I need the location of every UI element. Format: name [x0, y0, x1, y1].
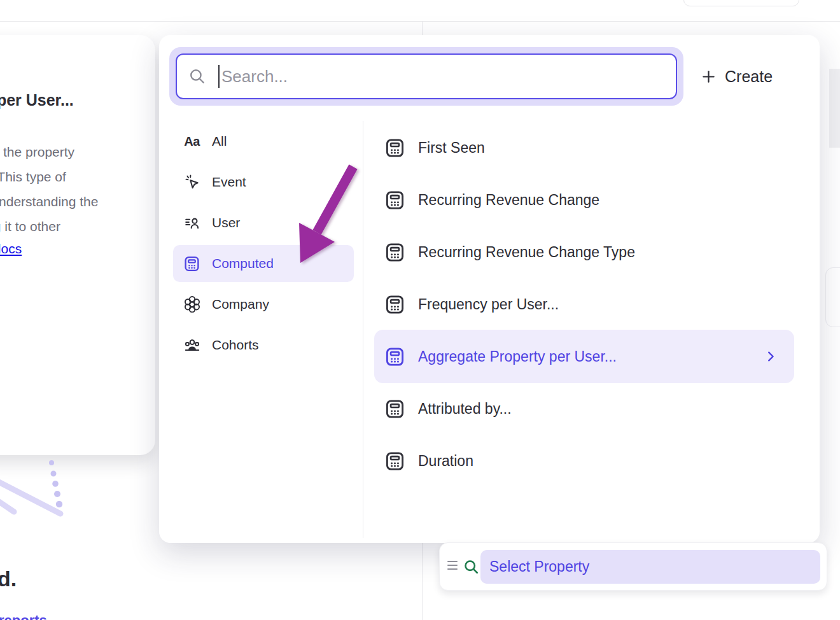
chevron-right-icon: [764, 349, 778, 363]
category-label: All: [212, 134, 227, 149]
property-label: Attributed by...: [418, 400, 794, 418]
annotation-arrow: [270, 150, 385, 283]
tooltip-text-line: ser. This type of: [0, 169, 66, 185]
property-label: Aggregate Property per User...: [418, 348, 751, 365]
calculator-icon: [183, 255, 200, 272]
clipped-heading: d.: [0, 567, 17, 591]
drag-handle-icon[interactable]: [447, 561, 458, 570]
property-label: Duration: [418, 453, 794, 470]
property-label: First Seen: [418, 139, 794, 157]
property-selector-card: Select Property: [439, 542, 827, 591]
category-label: Cohorts: [212, 337, 259, 353]
property-label: Recurring Revenue Change: [418, 192, 794, 209]
property-item-frequency-per-user[interactable]: Frequency per User...: [374, 278, 794, 331]
category-label: Event: [212, 174, 246, 190]
create-button[interactable]: Create: [701, 60, 773, 92]
clipped-reports-link[interactable]: reports: [0, 612, 47, 620]
cohorts-people-icon: [183, 337, 200, 354]
property-item-attributed-by[interactable]: Attributed by...: [374, 382, 794, 435]
calculator-icon: [384, 451, 405, 472]
property-item-aggregate-property-per-user[interactable]: Aggregate Property per User...: [374, 330, 794, 383]
category-label: Computed: [212, 256, 274, 271]
user-list-icon: [183, 215, 200, 232]
create-button-label: Create: [725, 67, 773, 86]
background-button-edge: [683, 0, 799, 6]
search-input[interactable]: [177, 55, 676, 98]
company-cluster-icon: [183, 296, 200, 313]
lookup-search-icon: [463, 558, 480, 575]
property-item-recurring-revenue-change[interactable]: Recurring Revenue Change: [374, 173, 794, 227]
property-label: Recurring Revenue Change Type: [418, 244, 794, 261]
screen: rty per User... acks the property ser. T…: [0, 0, 840, 620]
category-cohorts[interactable]: Cohorts: [173, 327, 354, 363]
select-property-button[interactable]: Select Property: [480, 550, 820, 584]
category-label: User: [212, 215, 240, 230]
search-field-wrapper: [176, 53, 677, 99]
calculator-icon: [384, 398, 405, 419]
property-item-first-seen[interactable]: First Seen: [374, 121, 794, 174]
background-card-edge: [825, 267, 840, 327]
plus-icon: [701, 69, 716, 84]
calculator-icon: [384, 137, 405, 159]
calculator-icon: [384, 190, 405, 211]
tooltip-title: rty per User...: [0, 91, 74, 109]
calculator-icon: [384, 346, 405, 367]
property-item-recurring-revenue-change-type[interactable]: Recurring Revenue Change Type: [374, 225, 794, 279]
select-property-label: Select Property: [489, 558, 589, 575]
calculator-icon: [384, 294, 405, 315]
text-Aa-icon: Aa: [183, 133, 200, 150]
help-docs-link[interactable]: elp docs: [0, 241, 22, 257]
category-label: Company: [212, 297, 269, 312]
decorative-illustration: [0, 455, 76, 518]
property-label: Frequency per User...: [418, 296, 794, 313]
calculator-icon: [384, 242, 405, 263]
tooltip-text-line: ating it to other: [0, 219, 60, 234]
background-selected-row-edge: [829, 69, 840, 148]
property-item-duration[interactable]: Duration: [374, 434, 794, 488]
property-picker-popover: Create Aa All Event: [159, 35, 820, 543]
tooltip-text-line: for understanding the: [0, 194, 98, 209]
category-company[interactable]: Company: [173, 286, 354, 323]
event-cursor-icon: [183, 174, 200, 191]
header-divider: [0, 21, 840, 22]
property-help-tooltip: rty per User... acks the property ser. T…: [0, 35, 155, 455]
tooltip-text-line: acks the property: [0, 144, 74, 160]
search-focus-ring: [169, 47, 683, 106]
